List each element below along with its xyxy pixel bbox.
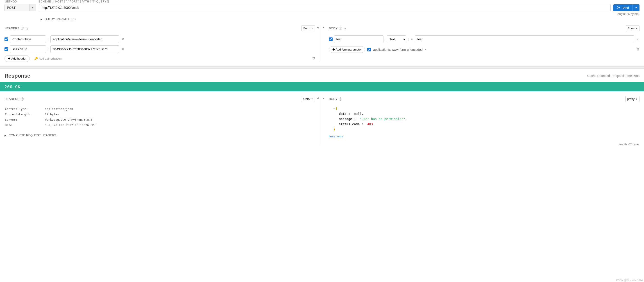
paper-plane-icon <box>617 6 620 10</box>
header-name-input[interactable] <box>10 45 46 53</box>
caret-down-icon: ▼ <box>311 98 313 100</box>
resp-headers-title: HEADERS <box>4 97 19 101</box>
resp-body-title: BODY <box>329 97 338 101</box>
json-collapse-icon[interactable]: ▼ <box>334 107 335 110</box>
header-enable-checkbox[interactable] <box>4 47 8 51</box>
url-input[interactable] <box>39 4 611 11</box>
method-select[interactable]: POST ▼ <box>4 4 36 11</box>
trash-icon[interactable] <box>636 48 640 51</box>
caret-down-icon: ▼ <box>636 27 638 30</box>
table-row: Server:Werkzeug/2.0.2 Python/3.8.0 <box>5 117 96 122</box>
caret-down-icon: ▼ <box>636 98 638 100</box>
table-row: Date:Sun, 20 Feb 2022 10:10:26 GMT <box>5 123 96 128</box>
method-select-dropdown[interactable]: POST <box>5 4 30 11</box>
body-param-type-select[interactable]: Text <box>387 35 406 43</box>
header-value-input[interactable] <box>50 45 119 53</box>
response-headers-table: Content-Type:application/json Content-Le… <box>4 106 96 128</box>
caret-right-icon: ▶ <box>40 18 42 21</box>
header-name-input[interactable] <box>10 35 46 43</box>
body-param-row: [ Text ] = × <box>329 35 640 43</box>
help-icon[interactable]: ? <box>21 27 24 30</box>
response-body-length: length: 67 bytes <box>329 143 640 146</box>
response-status-bar: 200 OK <box>0 82 644 91</box>
header-value-input[interactable] <box>50 35 119 43</box>
request-length-info: length: 26 byte(s) <box>0 11 644 16</box>
header-row: : × <box>4 45 315 53</box>
send-button[interactable]: Send <box>614 4 632 11</box>
response-title: Response <box>4 73 30 79</box>
resp-body-view-mode-select[interactable]: pretty ▼ <box>625 96 640 102</box>
table-row: Content-Length:67 bytes <box>5 112 96 117</box>
sort-icon[interactable]: ↓A <box>344 26 346 30</box>
header-enable-checkbox[interactable] <box>4 38 8 41</box>
plus-icon: ✚ <box>332 48 335 51</box>
collapse-left-icon[interactable]: ◀ <box>317 97 318 99</box>
send-dropdown-caret[interactable]: ▼ <box>632 4 640 11</box>
url-label: SCHEME :// HOST [ ":" PORT ] [ PATH [ "?… <box>39 0 611 3</box>
collapse-right-icon[interactable]: ▶ <box>323 26 324 29</box>
body-panel-title: BODY <box>329 27 338 30</box>
response-meta: Cache Detected - Elapsed Time: 5ms <box>587 74 640 78</box>
caret-right-icon: ▶ <box>4 134 6 137</box>
add-authorization-button[interactable]: 🔑 Add authorization <box>34 57 62 60</box>
plus-icon: ✚ <box>8 57 10 60</box>
content-type-checkbox[interactable] <box>367 48 371 51</box>
add-form-parameter-button[interactable]: ✚ Add form parameter <box>329 46 365 53</box>
trash-icon[interactable] <box>312 57 315 60</box>
header-row: : × <box>4 35 315 43</box>
content-type-label: application/x-www-form-urlencoded <box>373 48 422 51</box>
sort-icon[interactable]: ↓A <box>25 26 28 30</box>
query-parameters-label: QUERY PARAMETERS <box>44 17 76 21</box>
caret-down-icon[interactable]: ▼ <box>425 49 427 51</box>
headers-view-mode-select[interactable]: Form ▼ <box>301 25 315 31</box>
send-button-label: Send <box>622 6 629 10</box>
complete-request-headers-toggle[interactable]: ▶ COMPLETE REQUEST HEADERS <box>4 133 315 137</box>
json-response-viewer: ▼{ data : null, message : "user has no p… <box>329 106 640 132</box>
table-row: Content-Type:application/json <box>5 106 96 111</box>
help-icon[interactable]: ? <box>339 97 342 101</box>
query-parameters-toggle[interactable]: ▶ QUERY PARAMETERS <box>0 16 644 25</box>
headers-panel-title: HEADERS <box>4 27 19 30</box>
lines-nums-toggle[interactable]: lines nums <box>329 135 343 138</box>
body-param-enable-checkbox[interactable] <box>329 38 332 41</box>
help-icon[interactable]: ? <box>21 97 24 101</box>
add-header-button[interactable]: ✚ Add header <box>4 55 30 62</box>
collapse-left-icon[interactable]: ◀ <box>317 26 318 29</box>
body-param-name-input[interactable] <box>334 35 384 43</box>
section-divider <box>0 66 644 69</box>
remove-body-param-icon[interactable]: × <box>636 37 640 41</box>
resp-headers-view-mode-select[interactable]: pretty ▼ <box>301 96 315 102</box>
help-icon[interactable]: ? <box>339 27 342 30</box>
caret-down-icon: ▼ <box>30 4 36 11</box>
method-label: METHOD <box>4 0 36 3</box>
key-icon: 🔑 <box>34 57 38 60</box>
collapse-right-icon[interactable]: ▶ <box>323 97 324 99</box>
body-view-mode-select[interactable]: Form ▼ <box>626 25 640 31</box>
body-param-value-input[interactable] <box>415 35 634 43</box>
caret-down-icon: ▼ <box>311 27 313 30</box>
remove-header-icon[interactable]: × <box>121 47 125 51</box>
remove-header-icon[interactable]: × <box>121 37 125 41</box>
